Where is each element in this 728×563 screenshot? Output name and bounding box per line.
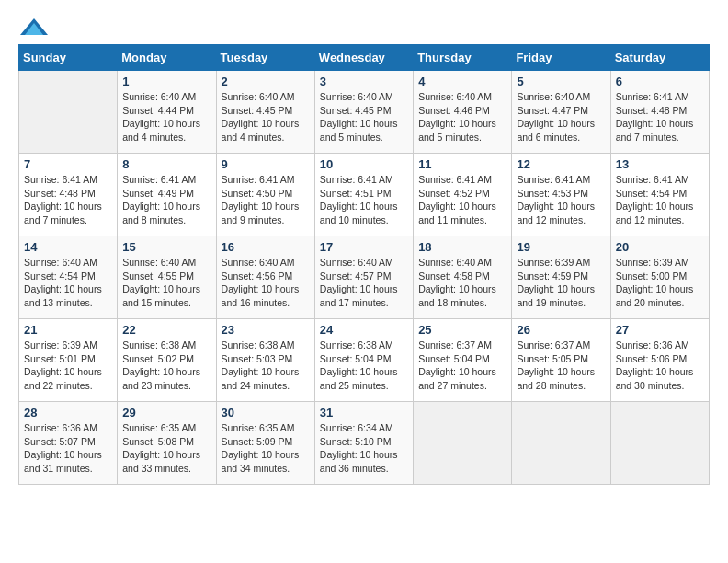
day-number: 24	[320, 323, 408, 337]
calendar-cell: 15Sunrise: 6:40 AM Sunset: 4:55 PM Dayli…	[118, 236, 216, 319]
calendar-week-row: 14Sunrise: 6:40 AM Sunset: 4:54 PM Dayli…	[19, 236, 710, 319]
day-number: 6	[616, 75, 704, 88]
day-number: 20	[616, 240, 704, 254]
day-number: 23	[222, 323, 310, 337]
day-number: 10	[320, 157, 408, 171]
logo	[18, 18, 48, 35]
day-info: Sunrise: 6:38 AM Sunset: 5:04 PM Dayligh…	[320, 339, 408, 393]
calendar-cell: 7Sunrise: 6:41 AM Sunset: 4:48 PM Daylig…	[19, 154, 118, 236]
calendar-cell: 8Sunrise: 6:41 AM Sunset: 4:49 PM Daylig…	[118, 154, 216, 236]
day-number: 29	[122, 406, 210, 419]
day-info: Sunrise: 6:34 AM Sunset: 5:10 PM Dayligh…	[320, 421, 408, 476]
header-wednesday: Wednesday	[314, 45, 413, 71]
day-info: Sunrise: 6:41 AM Sunset: 4:48 PM Dayligh…	[616, 90, 704, 144]
day-info: Sunrise: 6:41 AM Sunset: 4:49 PM Dayligh…	[122, 173, 210, 227]
day-number: 16	[222, 240, 310, 254]
calendar-cell: 25Sunrise: 6:37 AM Sunset: 5:04 PM Dayli…	[414, 319, 512, 402]
day-number: 18	[418, 240, 506, 254]
day-number: 21	[24, 323, 112, 337]
day-number: 14	[24, 240, 112, 254]
header-sunday: Sunday	[19, 45, 118, 71]
page-header	[18, 18, 710, 35]
header-friday: Friday	[512, 45, 610, 71]
calendar-cell: 16Sunrise: 6:40 AM Sunset: 4:56 PM Dayli…	[216, 236, 314, 319]
day-info: Sunrise: 6:38 AM Sunset: 5:03 PM Dayligh…	[222, 339, 310, 393]
day-info: Sunrise: 6:41 AM Sunset: 4:48 PM Dayligh…	[24, 173, 112, 227]
day-number: 9	[222, 157, 310, 171]
day-info: Sunrise: 6:40 AM Sunset: 4:45 PM Dayligh…	[222, 90, 310, 144]
day-info: Sunrise: 6:40 AM Sunset: 4:46 PM Dayligh…	[418, 90, 506, 144]
day-number: 2	[222, 75, 310, 88]
day-number: 27	[616, 323, 704, 337]
day-number: 13	[616, 157, 704, 171]
calendar-cell: 31Sunrise: 6:34 AM Sunset: 5:10 PM Dayli…	[314, 402, 413, 485]
calendar-cell: 23Sunrise: 6:38 AM Sunset: 5:03 PM Dayli…	[216, 319, 314, 402]
day-info: Sunrise: 6:39 AM Sunset: 5:01 PM Dayligh…	[24, 339, 112, 393]
day-number: 5	[517, 75, 605, 88]
calendar-cell	[610, 402, 709, 485]
day-info: Sunrise: 6:36 AM Sunset: 5:07 PM Dayligh…	[24, 421, 112, 476]
calendar-cell: 17Sunrise: 6:40 AM Sunset: 4:57 PM Dayli…	[314, 236, 413, 319]
day-info: Sunrise: 6:37 AM Sunset: 5:05 PM Dayligh…	[517, 339, 605, 393]
calendar-week-row: 21Sunrise: 6:39 AM Sunset: 5:01 PM Dayli…	[19, 319, 710, 402]
calendar-cell	[512, 402, 610, 485]
header-saturday: Saturday	[610, 45, 709, 71]
calendar-cell: 4Sunrise: 6:40 AM Sunset: 4:46 PM Daylig…	[414, 71, 512, 154]
calendar-cell: 3Sunrise: 6:40 AM Sunset: 4:45 PM Daylig…	[314, 71, 413, 154]
day-info: Sunrise: 6:41 AM Sunset: 4:53 PM Dayligh…	[517, 173, 605, 227]
day-number: 26	[517, 323, 605, 337]
calendar-cell: 21Sunrise: 6:39 AM Sunset: 5:01 PM Dayli…	[19, 319, 118, 402]
day-number: 1	[122, 75, 210, 88]
day-info: Sunrise: 6:40 AM Sunset: 4:55 PM Dayligh…	[122, 256, 210, 310]
calendar-cell: 28Sunrise: 6:36 AM Sunset: 5:07 PM Dayli…	[19, 402, 118, 485]
day-number: 11	[418, 157, 506, 171]
day-info: Sunrise: 6:40 AM Sunset: 4:58 PM Dayligh…	[418, 256, 506, 310]
day-info: Sunrise: 6:39 AM Sunset: 4:59 PM Dayligh…	[517, 256, 605, 310]
day-info: Sunrise: 6:40 AM Sunset: 4:45 PM Dayligh…	[320, 90, 408, 144]
calendar-cell: 14Sunrise: 6:40 AM Sunset: 4:54 PM Dayli…	[19, 236, 118, 319]
calendar-cell: 19Sunrise: 6:39 AM Sunset: 4:59 PM Dayli…	[512, 236, 610, 319]
calendar-cell: 30Sunrise: 6:35 AM Sunset: 5:09 PM Dayli…	[216, 402, 314, 485]
day-number: 8	[122, 157, 210, 171]
day-info: Sunrise: 6:41 AM Sunset: 4:51 PM Dayligh…	[320, 173, 408, 227]
calendar-cell: 20Sunrise: 6:39 AM Sunset: 5:00 PM Dayli…	[610, 236, 709, 319]
header-monday: Monday	[118, 45, 216, 71]
day-info: Sunrise: 6:40 AM Sunset: 4:47 PM Dayligh…	[517, 90, 605, 144]
day-info: Sunrise: 6:40 AM Sunset: 4:56 PM Dayligh…	[222, 256, 310, 310]
calendar-week-row: 7Sunrise: 6:41 AM Sunset: 4:48 PM Daylig…	[19, 154, 710, 236]
calendar-cell: 2Sunrise: 6:40 AM Sunset: 4:45 PM Daylig…	[216, 71, 314, 154]
calendar-header-row: Sunday Monday Tuesday Wednesday Thursday…	[19, 45, 710, 71]
calendar-cell: 27Sunrise: 6:36 AM Sunset: 5:06 PM Dayli…	[610, 319, 709, 402]
day-number: 12	[517, 157, 605, 171]
calendar-cell: 11Sunrise: 6:41 AM Sunset: 4:52 PM Dayli…	[414, 154, 512, 236]
calendar-cell: 12Sunrise: 6:41 AM Sunset: 4:53 PM Dayli…	[512, 154, 610, 236]
calendar-cell: 6Sunrise: 6:41 AM Sunset: 4:48 PM Daylig…	[610, 71, 709, 154]
logo-icon	[20, 18, 48, 35]
calendar-cell: 1Sunrise: 6:40 AM Sunset: 4:44 PM Daylig…	[118, 71, 216, 154]
calendar-cell: 18Sunrise: 6:40 AM Sunset: 4:58 PM Dayli…	[414, 236, 512, 319]
calendar-cell: 9Sunrise: 6:41 AM Sunset: 4:50 PM Daylig…	[216, 154, 314, 236]
calendar-cell: 26Sunrise: 6:37 AM Sunset: 5:05 PM Dayli…	[512, 319, 610, 402]
header-tuesday: Tuesday	[216, 45, 314, 71]
day-number: 30	[222, 406, 310, 419]
calendar-cell: 13Sunrise: 6:41 AM Sunset: 4:54 PM Dayli…	[610, 154, 709, 236]
day-number: 17	[320, 240, 408, 254]
calendar-cell: 22Sunrise: 6:38 AM Sunset: 5:02 PM Dayli…	[118, 319, 216, 402]
day-number: 28	[24, 406, 112, 419]
day-info: Sunrise: 6:41 AM Sunset: 4:52 PM Dayligh…	[418, 173, 506, 227]
day-number: 25	[418, 323, 506, 337]
day-number: 19	[517, 240, 605, 254]
day-info: Sunrise: 6:35 AM Sunset: 5:08 PM Dayligh…	[122, 421, 210, 476]
day-number: 3	[320, 75, 408, 88]
calendar-cell: 24Sunrise: 6:38 AM Sunset: 5:04 PM Dayli…	[314, 319, 413, 402]
day-info: Sunrise: 6:40 AM Sunset: 4:44 PM Dayligh…	[122, 90, 210, 144]
calendar-cell	[19, 71, 118, 154]
calendar-week-row: 28Sunrise: 6:36 AM Sunset: 5:07 PM Dayli…	[19, 402, 710, 485]
day-info: Sunrise: 6:35 AM Sunset: 5:09 PM Dayligh…	[222, 421, 310, 476]
day-info: Sunrise: 6:38 AM Sunset: 5:02 PM Dayligh…	[122, 339, 210, 393]
calendar-table: Sunday Monday Tuesday Wednesday Thursday…	[18, 44, 710, 485]
calendar-week-row: 1Sunrise: 6:40 AM Sunset: 4:44 PM Daylig…	[19, 71, 710, 154]
day-info: Sunrise: 6:39 AM Sunset: 5:00 PM Dayligh…	[616, 256, 704, 310]
day-number: 22	[122, 323, 210, 337]
day-number: 7	[24, 157, 112, 171]
